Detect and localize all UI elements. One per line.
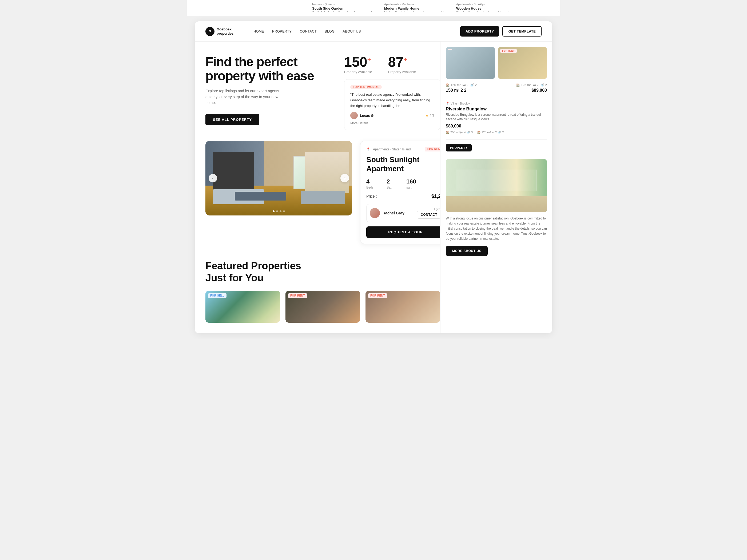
property-showcase: ‹ › 📍 Apartments · Staten	[195, 141, 451, 257]
property-detail-card: 📍 Apartments · Staten Island FOR RENT So…	[360, 141, 451, 244]
featured-card-1[interactable]: FOR SELL	[205, 291, 280, 323]
rp-riverside-desc: Riverside Bungalow is a serene waterfron…	[446, 112, 547, 122]
nav-contact[interactable]: CONTACT	[300, 29, 317, 33]
stat-label-2: Property Available	[388, 70, 416, 74]
rp-riverside-breadcrumb: 📍 Villas · Brooklyn	[446, 102, 547, 105]
featured-badge-2: FOR RENT	[288, 293, 307, 298]
more-details-link[interactable]: More Details	[350, 121, 434, 125]
contact-agent-button[interactable]: CONTACT	[417, 211, 441, 219]
testimonial-card: TOP TESTIMONIAL "The best real estate ag…	[344, 79, 440, 130]
hero-stats: 150+ Property Available 87+ Property Ava…	[344, 55, 440, 74]
right-panel-divider-2	[446, 139, 547, 140]
featured-card-3[interactable]: FOR RENT	[365, 291, 440, 323]
agent-info: Rachel Gray	[370, 208, 405, 218]
request-tour-button[interactable]: REQUEST A TOUR	[366, 226, 445, 238]
testimonial-text: "The best real estate agency I've worked…	[350, 92, 434, 109]
location-pin-icon: 📍	[446, 102, 449, 105]
stat-number-1: 150+	[344, 55, 372, 69]
star-icon: ★	[426, 114, 429, 117]
hero-title: Find the perfect property with ease	[205, 55, 334, 83]
peek-breadcrumb-1: Houses · Queens	[312, 3, 376, 6]
agent-label: Agent	[417, 208, 441, 211]
featured-section: Featured PropertiesJust for You FOR SELL…	[195, 257, 451, 334]
logo-icon: G	[205, 27, 214, 36]
featured-badge-3: FOR RENT	[368, 293, 387, 298]
top-peek-item-3[interactable]: Apartments · Brooklyn Wooden House Woode…	[456, 3, 520, 12]
top-peek-item-2[interactable]: Apartments · Manhattan Modern Family Hom…	[384, 3, 448, 12]
spec-sqft: 160 sqft	[406, 178, 416, 189]
rp-riverside-price: $89,000	[446, 124, 547, 129]
right-panel: FOR RENT 🏠 150 m² 🛏 2 🚿 2 150 m² 2 2 🏠 1…	[440, 42, 552, 334]
dot-4[interactable]	[283, 210, 285, 212]
hero-subtitle: Explore top listings and let our expert …	[205, 88, 285, 106]
peek-title-2: Modern Family Home	[384, 6, 448, 10]
carousel-next-button[interactable]: ›	[340, 174, 349, 182]
spec-beds: 4 Beds	[366, 178, 374, 189]
main-card: G Goeboek properties HOME PROPERTY CONTA…	[195, 21, 552, 334]
peek-breadcrumb-2: Apartments · Manhattan	[384, 3, 448, 6]
rp-large-property-image	[446, 159, 547, 212]
hero-left: Find the perfect property with ease Expl…	[205, 55, 334, 125]
nav-about[interactable]: ABOUT US	[342, 29, 361, 33]
nav-home[interactable]: HOME	[253, 29, 264, 33]
stat-label-1: Property Available	[344, 70, 372, 74]
nav-property[interactable]: PROPERTY	[272, 29, 291, 33]
author-name: Lucas G.	[360, 114, 375, 117]
rp-riverside-specs: 🏠 250 m² 🛏 4 🚿 3 🏠 125 m² 🛏 2 🚿 2	[446, 131, 547, 134]
stat-properties-available: 150+ Property Available	[344, 55, 372, 74]
peek-breadcrumb-3: Apartments · Brooklyn	[456, 3, 520, 6]
peek-title-1: South Side Garden	[312, 6, 376, 10]
spec-bath: 2 Bath	[387, 178, 393, 189]
rp-price-1: 150 m² 2 2	[446, 88, 477, 93]
property-breadcrumb: Apartments · Staten Island	[373, 148, 422, 151]
more-about-us-button[interactable]: MORE ABOUT US	[446, 246, 488, 256]
carousel-dots	[273, 210, 285, 212]
logo-text: Goeboek properties	[216, 27, 234, 35]
rp-listing-card-2[interactable]: FOR RENT	[498, 47, 547, 79]
rp-listing-card-1[interactable]	[446, 47, 495, 79]
add-property-button[interactable]: ADD PROPERTY	[460, 26, 499, 36]
rp-specs-2: 🏠 125 m² 🛏 2 🚿 2	[516, 83, 547, 87]
nav-links: HOME PROPERTY CONTACT BLOG ABOUT US	[253, 29, 449, 33]
peek-desc-2: Modern Family Home is a contemporary res…	[384, 11, 448, 12]
logo: G Goeboek properties	[205, 27, 237, 36]
dot-3[interactable]	[280, 210, 281, 212]
rp-section-badge: PROPERTY	[446, 144, 472, 152]
agent-row: Rachel Gray Agent CONTACT	[366, 204, 445, 222]
get-template-button[interactable]: GET TEMPLATE	[503, 26, 542, 36]
rp-about-desc: With a strong focus on customer satisfac…	[446, 216, 547, 242]
navigation: G Goeboek properties HOME PROPERTY CONTA…	[195, 21, 552, 42]
property-specs: 4 Beds 2 Bath 160 sqft	[366, 178, 445, 189]
top-peek-item-1[interactable]: Houses · Queens South Side Garden South …	[312, 3, 376, 12]
property-card-header: 📍 Apartments · Staten Island FOR RENT	[366, 147, 445, 152]
author-avatar	[350, 112, 358, 119]
dot-1[interactable]	[273, 210, 275, 212]
location-icon: 📍	[366, 148, 370, 151]
peek-desc-3: Wooden House is a timeless residence tha…	[456, 11, 520, 12]
hero-section: Find the perfect property with ease Expl…	[195, 42, 451, 141]
featured-card-img-2: FOR RENT	[285, 291, 360, 323]
featured-card-2[interactable]: FOR RENT	[285, 291, 360, 323]
dot-2[interactable]	[276, 210, 278, 212]
testimonial-badge: TOP TESTIMONIAL	[350, 85, 382, 89]
nav-actions: ADD PROPERTY GET TEMPLATE	[460, 26, 542, 36]
rp-price-2: $89,000	[516, 88, 547, 93]
agent-avatar	[370, 208, 380, 218]
rp-badge-1	[448, 49, 452, 50]
rp-specs-1: 🏠 150 m² 🛏 2 🚿 2	[446, 83, 477, 87]
stat-agents: 87+ Property Available	[388, 55, 416, 74]
featured-cards: FOR SELL FOR RENT FOR RENT	[205, 291, 440, 323]
top-peek-strip: Houses · Queens South Side Garden South …	[187, 0, 560, 16]
nav-blog[interactable]: BLOG	[325, 29, 335, 33]
peek-title-3: Wooden House	[456, 6, 520, 10]
showcase-image: ‹ ›	[205, 141, 352, 215]
peek-desc-1: South Side Garden House is a charming re…	[312, 11, 376, 12]
carousel-prev-button[interactable]: ‹	[209, 174, 217, 182]
featured-badge-1: FOR SELL	[208, 293, 227, 298]
see-all-button[interactable]: SEE ALL PROPERTY	[205, 114, 259, 125]
property-title: South Sunlight Apartment	[366, 155, 445, 173]
featured-title: Featured PropertiesJust for You	[205, 260, 440, 284]
featured-card-img-3: FOR RENT	[365, 291, 440, 323]
riverside-bungalow-listing[interactable]: 📍 Villas · Brooklyn Riverside Bungalow R…	[446, 102, 547, 134]
stat-number-2: 87+	[388, 55, 416, 69]
